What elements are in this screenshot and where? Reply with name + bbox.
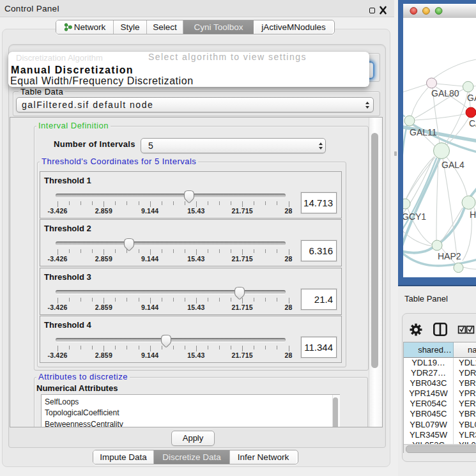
svg-text:CA: CA — [469, 118, 476, 128]
svg-text:GAL80: GAL80 — [431, 88, 459, 98]
svg-text:GA: GA — [467, 93, 476, 103]
svg-text:HAP2: HAP2 — [438, 251, 461, 261]
svg-text:GAL4: GAL4 — [441, 160, 464, 170]
svg-text:H: H — [470, 210, 476, 220]
svg-text:GCY1: GCY1 — [403, 211, 426, 222]
svg-text:GAL11: GAL11 — [410, 127, 437, 137]
